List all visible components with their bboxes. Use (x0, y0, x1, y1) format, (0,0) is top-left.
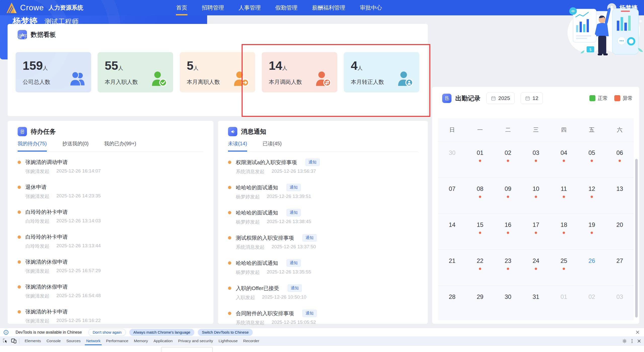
item-title: 哈哈哈的面试通知 (236, 184, 278, 191)
calendar-day-cell[interactable]: 02 (494, 142, 522, 178)
calendar-day-cell[interactable]: 29 (466, 286, 494, 322)
month-select[interactable]: 12 (521, 92, 543, 104)
calendar-day-cell[interactable]: 01 (550, 286, 578, 322)
calendar-day-cell[interactable]: 06 (606, 142, 634, 178)
calendar-day-cell[interactable]: 16 (494, 214, 522, 250)
calendar-day-cell[interactable]: 27 (606, 250, 634, 286)
devtools-tab[interactable]: Recorder (240, 336, 262, 345)
calendar-day-cell[interactable]: 12 (578, 178, 606, 214)
notice-badge: 通知 (302, 234, 317, 241)
more-options-icon[interactable] (631, 339, 633, 343)
infobar-close-icon[interactable] (636, 330, 639, 334)
calendar-day-cell[interactable]: 03 (522, 142, 550, 178)
calendar-day-cell[interactable]: 02 (578, 286, 606, 322)
calendar-day-cell[interactable]: 14 (438, 214, 466, 250)
devtools-tab[interactable]: Privacy and security (175, 336, 216, 345)
calendar-day-cell[interactable]: 28 (438, 286, 466, 322)
devtools-tab[interactable]: Memory (131, 336, 151, 345)
list-item[interactable]: 张婉清的补卡申请张婉清发起2025-12-25 16:16:22 (18, 308, 203, 324)
year-select[interactable]: 2025 (486, 92, 515, 104)
todo-tab[interactable]: 我的待办(75) (18, 140, 47, 151)
item-originator: 白玲玲发起 (25, 243, 49, 250)
nav-item[interactable]: 薪酬福利管理 (312, 0, 345, 15)
calendar-day-cell[interactable]: 26 (578, 250, 606, 286)
todo-tab[interactable]: 我的已办(99+) (104, 140, 136, 151)
calendar-day-cell[interactable]: 04 (550, 142, 578, 178)
calendar-day-cell[interactable]: 11 (550, 178, 578, 214)
calendar-day-cell[interactable]: 21 (438, 250, 466, 286)
calendar-day-cell[interactable]: 09 (494, 178, 522, 214)
calendar-day-cell[interactable]: 05 (578, 142, 606, 178)
list-item[interactable]: 张婉清的休假申请张婉清发起2025-12-25 16:57:29 (18, 258, 203, 274)
calendar-day-cell[interactable]: 03 (606, 286, 634, 322)
calendar-week-row: 14151617181920 (438, 214, 634, 250)
device-toolbar-icon[interactable] (11, 338, 17, 343)
calendar-day-cell[interactable]: 22 (466, 250, 494, 286)
stat-label: 本月离职人数 (187, 78, 220, 86)
calendar-day-cell[interactable]: 18 (550, 214, 578, 250)
devtools-tab[interactable]: Application (151, 336, 175, 345)
devtools-tab[interactable]: Network (83, 336, 103, 345)
list-item[interactable]: 张婉清的休假申请张婉清发起2025-12-25 16:54:48 (18, 283, 203, 299)
calendar-day-number: 01 (466, 149, 494, 156)
list-item[interactable]: 白玲玲的补卡申请白玲玲发起2025-12-26 13:13:44 (18, 233, 203, 250)
calendar-day-cell[interactable]: 30 (438, 142, 466, 178)
item-title: 退休申请 (25, 184, 47, 191)
devtools-close-icon[interactable] (637, 339, 641, 343)
devtools-tab[interactable]: Performance (103, 336, 131, 345)
list-item[interactable]: 合同附件的入职安排事项通知系统消息发起2025-12-25 15:05:52 (228, 310, 418, 326)
item-title: 测试权限的入职安排事项 (236, 234, 294, 241)
infobar-button[interactable]: Always match Chrome's language (129, 329, 194, 336)
infobar-button[interactable]: Don't show again (88, 329, 126, 336)
devtools-tab[interactable]: Elements (22, 336, 44, 345)
messages-tab[interactable]: 已读(45) (263, 140, 282, 151)
list-item[interactable]: 张婉清的调动申请张婉清发起2025-12-26 16:14:07 (18, 159, 203, 175)
list-item[interactable]: 哈哈哈的面试通知通知杨梦婷发起2025-12-26 13:35:55 (228, 259, 418, 276)
list-item[interactable]: 退休申请张婉清发起2025-12-26 14:23:35 (18, 184, 203, 200)
infobar-buttons: Don't show againAlways match Chrome's la… (88, 329, 253, 336)
list-item[interactable]: 白玲玲的补卡申请白玲玲发起2025-12-26 13:14:03 (18, 208, 203, 225)
nav-item[interactable]: 审批中心 (360, 0, 382, 15)
item-originator: 入职发起 (236, 294, 255, 301)
calendar-day-cell[interactable]: 13 (606, 178, 634, 214)
list-item[interactable]: 哈哈哈的面试通知通知杨梦婷发起2025-12-26 13:38:45 (228, 209, 418, 225)
calendar-day-cell[interactable]: 30 (494, 286, 522, 322)
network-filter-fragment[interactable] (161, 347, 213, 352)
nav-item[interactable]: 招聘管理 (202, 0, 224, 15)
person-transfer-icon (315, 70, 332, 88)
calendar-day-cell[interactable]: 17 (522, 214, 550, 250)
messages-tab[interactable]: 未读(14) (228, 140, 247, 151)
item-title-row: 退休申请 (18, 184, 203, 191)
calendar-day-cell[interactable]: 20 (606, 214, 634, 250)
calendar-day-cell[interactable]: 01 (466, 142, 494, 178)
calendar-day-number: 12 (578, 185, 606, 192)
calendar-day-cell[interactable]: 10 (522, 178, 550, 214)
scrollbar-thumb[interactable] (635, 159, 638, 318)
list-item[interactable]: 哈哈哈的面试通知通知杨梦婷发起2025-12-26 13:39:51 (228, 184, 418, 200)
item-time: 2025-12-26 13:14:03 (56, 218, 101, 225)
todo-icon (18, 127, 27, 136)
calendar-day-cell[interactable]: 19 (578, 214, 606, 250)
settings-icon[interactable] (622, 339, 627, 343)
calendar-day-cell[interactable]: 25 (550, 250, 578, 286)
todo-tab[interactable]: 抄送我的(0) (62, 140, 89, 151)
inspect-icon[interactable] (3, 338, 8, 343)
calendar-day-cell[interactable]: 24 (522, 250, 550, 286)
list-item[interactable]: 测试权限的入职安排事项通知系统消息发起2025-12-26 13:37:50 (228, 234, 418, 251)
calendar-day-cell[interactable]: 07 (438, 178, 466, 214)
nav-item[interactable]: 人事管理 (239, 0, 261, 15)
nav-item[interactable]: 首页 (176, 0, 187, 15)
item-time: 2025-12-26 14:23:35 (56, 193, 101, 200)
devtools-tab[interactable]: Lighthouse (216, 336, 240, 345)
list-item[interactable]: 入职的Offer已接受通知入职发起2025-12-26 10:50:10 (228, 285, 418, 301)
devtools-tab[interactable]: Sources (64, 336, 84, 345)
item-meta: 张婉清发起2025-12-26 14:23:35 (25, 193, 203, 200)
calendar-day-cell[interactable]: 15 (466, 214, 494, 250)
nav-item[interactable]: 假勤管理 (275, 0, 297, 15)
calendar-day-cell[interactable]: 31 (522, 286, 550, 322)
devtools-tab[interactable]: Console (44, 336, 64, 345)
infobar-button[interactable]: Switch DevTools to Chinese (198, 329, 253, 336)
calendar-day-cell[interactable]: 08 (466, 178, 494, 214)
list-item[interactable]: 权限测试a的入职安排事项通知系统消息发起2025-12-26 13:56:37 (228, 159, 418, 175)
calendar-day-cell[interactable]: 23 (494, 250, 522, 286)
